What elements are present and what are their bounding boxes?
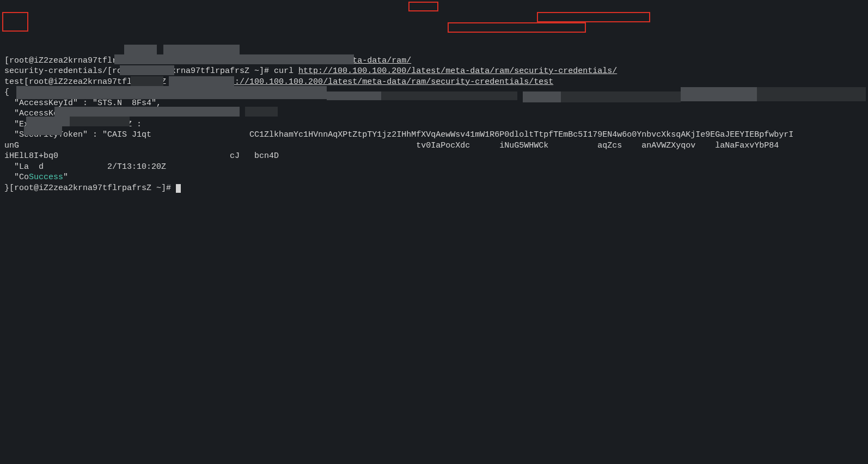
highlight-box-ram (408, 2, 438, 11)
redaction-block (163, 45, 240, 54)
redaction-block (523, 91, 561, 102)
json-line: s4", (142, 99, 161, 108)
json-line: NaFaxvYbP84 (725, 141, 779, 150)
url-link: http://100.100.100.200/latest/meta-data/… (298, 66, 617, 76)
json-line: unG (4, 141, 19, 150)
redaction-block (124, 45, 157, 54)
output-text: test (4, 77, 24, 87)
redaction-block (757, 87, 866, 101)
highlight-box-security-credentials-test-2 (448, 22, 586, 33)
redaction-block (245, 107, 278, 117)
json-line: tv0IaPocXdc iNuG5WHWCk aqZcs anAVWZXyqov (19, 141, 705, 150)
redaction-block (54, 107, 240, 117)
json-line: "La (4, 162, 29, 172)
redaction-block (70, 117, 130, 126)
prompt: [root@iZ2zea2krna97tflrpafrsZ ~]# (24, 77, 191, 87)
json-line: 8F (122, 99, 142, 108)
json-line: J1qt (127, 130, 151, 139)
json-line: "AccessKeyId" : "STS.N (4, 99, 122, 108)
highlight-box-security-credentials (537, 12, 650, 22)
json-line: iHElL8I+bq0 (4, 151, 58, 161)
json-line: cJ bcn4D (58, 151, 279, 161)
cmd-text: curl (274, 66, 298, 76)
json-brace: { (4, 88, 9, 97)
json-line: " (63, 173, 68, 182)
json-brace: } (4, 184, 9, 193)
redaction-block (114, 54, 354, 64)
redaction-block (24, 126, 62, 135)
json-line: "Co (4, 173, 29, 182)
prompt: [root@iZ2zea2krna97tflrpafrsZ ~]# (9, 184, 176, 193)
redaction-block (16, 86, 327, 99)
redaction-block (169, 76, 234, 86)
redaction-block (120, 65, 174, 75)
success-text: Success (29, 173, 63, 182)
cursor (176, 184, 181, 193)
redaction-block (381, 91, 517, 100)
output-text: security-credentials/ (4, 66, 107, 76)
json-line: "SecurityToken" : "CAIS (4, 130, 127, 139)
json-line: la (705, 141, 725, 150)
redaction-block (26, 117, 70, 126)
json-line: d 2/T13:10:20Z (29, 162, 166, 172)
redaction-block (561, 91, 681, 102)
redaction-block (681, 87, 757, 101)
url-link: http://100.100.100.200/latest/meta-data/… (215, 77, 553, 87)
highlight-box-security-credentials-test (2, 12, 28, 32)
json-line: : (132, 120, 146, 129)
redaction-block (131, 76, 163, 86)
json-line: CC1ZlkhamYc1HVnnAqXPtZtpTY1jz2IHhMfXVqAe… (151, 130, 793, 139)
redaction-block (327, 91, 381, 100)
